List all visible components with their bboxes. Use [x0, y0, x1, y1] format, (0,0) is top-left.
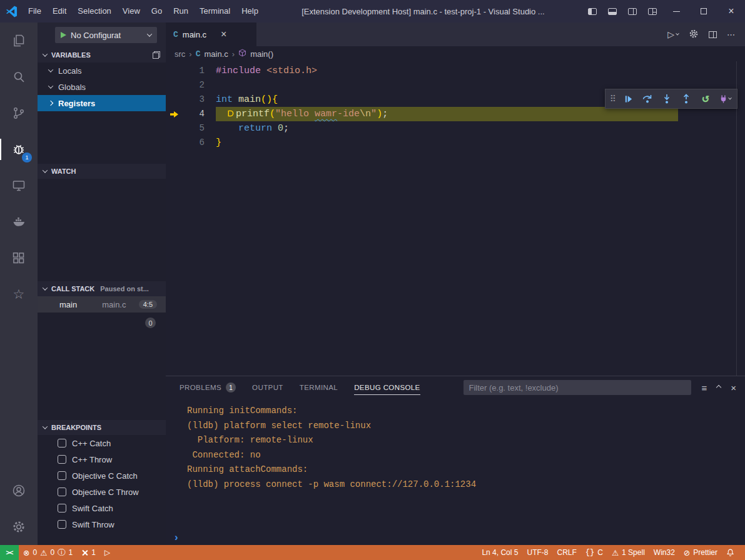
checkbox[interactable] — [58, 455, 66, 464]
split-editor-button[interactable] — [709, 31, 717, 38]
tab-main-c[interactable]: C main.c × — [166, 22, 256, 46]
close-tab-icon[interactable]: × — [221, 29, 226, 40]
panel-tab-terminal[interactable]: TERMINAL — [300, 376, 338, 399]
checkbox[interactable] — [58, 504, 66, 512]
breakpoint-swift-catch[interactable]: Swift Catch — [38, 500, 166, 516]
panel-tab-label: PROBLEMS — [180, 384, 221, 391]
docker-icon[interactable] — [0, 204, 38, 240]
maximize-panel-icon[interactable] — [716, 385, 721, 390]
code-line-1[interactable]: 1#include <stdio.h> — [166, 64, 745, 78]
call-stack-section-header[interactable]: CALL STACK Paused on st... — [38, 281, 166, 296]
toggle-primary-sidebar-button[interactable] — [582, 0, 602, 22]
code-line-6[interactable]: 6} — [166, 136, 745, 150]
start-debug-icon[interactable] — [61, 32, 66, 38]
panel-tab-output[interactable]: OUTPUT — [252, 376, 283, 399]
run-or-debug-button[interactable]: ▷ — [667, 29, 679, 39]
breadcrumb-folder[interactable]: src — [175, 49, 185, 59]
breakpoint-objective-c-catch[interactable]: Objective C Catch — [38, 468, 166, 484]
disconnect-button[interactable] — [716, 90, 734, 108]
breakpoint-c-catch[interactable]: C++ Catch — [38, 435, 166, 451]
maximize-button[interactable] — [690, 0, 717, 22]
collapse-all-icon[interactable] — [153, 51, 160, 59]
panel-left-icon — [588, 8, 597, 15]
spell-status[interactable]: ⚠1 Spell — [607, 545, 649, 560]
close-panel-icon[interactable]: × — [731, 382, 736, 393]
explorer-icon[interactable] — [0, 22, 38, 59]
formatter-status[interactable]: ⊘Prettier — [679, 545, 722, 560]
menu-selection[interactable]: Selection — [72, 0, 116, 22]
inline-breakpoint-icon[interactable] — [227, 108, 234, 122]
line-number: 4 — [182, 107, 205, 121]
variables-section-header[interactable]: VARIABLES — [38, 48, 166, 62]
remote-indicator[interactable]: >< — [0, 545, 19, 560]
debug-console-output[interactable]: Running initCommands:(lldb) platform sel… — [166, 399, 745, 530]
breakpoints-section-header[interactable]: BREAKPOINTS — [38, 420, 166, 435]
close-button[interactable]: × — [717, 0, 745, 22]
source-control-icon[interactable] — [0, 95, 38, 131]
toggle-secondary-sidebar-button[interactable] — [622, 0, 642, 22]
console-filter-input[interactable] — [464, 380, 691, 395]
checkbox[interactable] — [58, 439, 66, 448]
panel-tab-debug-console[interactable]: DEBUG CONSOLE — [354, 376, 420, 399]
settings-gear-icon[interactable] — [689, 29, 699, 41]
platform-indicator[interactable]: Win32 — [649, 545, 679, 560]
breakpoint-swift-throw[interactable]: Swift Throw — [38, 516, 166, 532]
customize-layout-button[interactable] — [642, 0, 662, 22]
settings-gear-icon[interactable] — [0, 509, 38, 545]
code-text: return 0; — [216, 121, 678, 136]
watch-section-header[interactable]: WATCH — [38, 164, 166, 179]
checkbox[interactable] — [58, 520, 66, 529]
code-line-4[interactable]: 4 printf("hello wamr-ide\n"); — [166, 107, 745, 121]
step-into-button[interactable] — [657, 90, 676, 108]
tab-label: main.c — [183, 30, 206, 39]
restart-button[interactable]: ↺ — [696, 90, 715, 108]
encoding-indicator[interactable]: UTF-8 — [522, 545, 552, 560]
breakpoint-c-throw[interactable]: C++ Throw — [38, 451, 166, 468]
code-line-5[interactable]: 5 return 0; — [166, 121, 745, 136]
cursor-position[interactable]: Ln 4, Col 5 — [477, 545, 522, 560]
drag-handle-icon[interactable]: ⠿ — [608, 94, 618, 104]
breadcrumb: src › C main.c › main() — [166, 46, 745, 61]
console-options-icon[interactable]: ≡ — [701, 382, 707, 393]
debug-config-select[interactable]: No Configurat — [55, 27, 157, 43]
step-out-button[interactable] — [677, 90, 696, 108]
menu-edit[interactable]: Edit — [47, 0, 72, 22]
glyph-margin — [166, 78, 182, 92]
continue-button[interactable] — [619, 90, 637, 108]
stack-frame-row[interactable]: main main.c 4:5 — [38, 296, 166, 312]
breakpoint-objective-c-throw[interactable]: Objective C Throw — [38, 484, 166, 500]
panel-tab-problems[interactable]: PROBLEMS1 — [180, 376, 236, 399]
favorites-star-icon[interactable]: ☆ — [0, 276, 38, 312]
variables-row-locals[interactable]: Locals — [38, 62, 166, 79]
extensions-icon[interactable] — [0, 240, 38, 276]
remote-explorer-icon[interactable] — [0, 168, 38, 204]
variables-row-globals[interactable]: Globals — [38, 79, 166, 95]
language-mode[interactable]: {}C — [581, 545, 607, 560]
problems-status[interactable]: ⊗0 ⚠0 ⓘ1 — [19, 545, 77, 560]
step-over-button[interactable] — [638, 90, 657, 108]
checkbox[interactable] — [58, 471, 66, 480]
variables-row-registers[interactable]: Registers — [38, 95, 166, 111]
menu-go[interactable]: Go — [146, 0, 168, 22]
editor-scrollbar[interactable] — [736, 61, 745, 376]
toggle-panel-button[interactable] — [602, 0, 622, 22]
more-actions-button[interactable]: ⋯ — [727, 30, 735, 39]
menu-help[interactable]: Help — [236, 0, 264, 22]
breadcrumb-file[interactable]: main.c — [205, 49, 228, 59]
ports-status[interactable]: 1 — [77, 545, 100, 560]
minimize-button[interactable] — [662, 0, 690, 22]
run-debug-icon[interactable]: 1 — [0, 131, 38, 168]
debug-status-icon[interactable]: ▷ — [100, 545, 114, 560]
checkbox[interactable] — [58, 488, 66, 496]
account-icon[interactable] — [0, 472, 38, 509]
search-icon[interactable] — [0, 59, 38, 95]
menu-file[interactable]: File — [23, 0, 47, 22]
breadcrumb-symbol[interactable]: main() — [250, 49, 273, 59]
console-input-row[interactable]: › — [166, 530, 745, 545]
eol-indicator[interactable]: CRLF — [552, 545, 580, 560]
menu-run[interactable]: Run — [168, 0, 194, 22]
menu-view[interactable]: View — [117, 0, 146, 22]
menu-terminal[interactable]: Terminal — [194, 0, 236, 22]
notifications-bell-icon[interactable] — [722, 545, 739, 560]
code-editor[interactable]: 1#include <stdio.h>23int main(){4 printf… — [166, 61, 745, 376]
